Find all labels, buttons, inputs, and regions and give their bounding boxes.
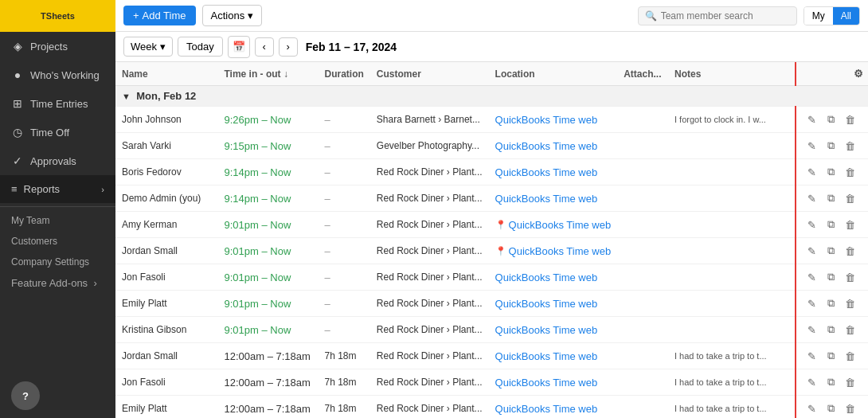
copy-icon[interactable]: ⧉ <box>822 163 839 181</box>
col-duration: Duration <box>318 62 369 86</box>
edit-icon[interactable]: ✎ <box>803 400 820 417</box>
delete-icon[interactable]: 🗑 <box>841 137 858 154</box>
week-view-select[interactable]: Week ▾ <box>123 37 173 57</box>
delete-icon[interactable]: 🗑 <box>841 373 858 391</box>
calendar-icon: 📅 <box>233 41 245 53</box>
cell-location: QuickBooks Time web <box>489 186 618 212</box>
cell-name: Jordan Small <box>115 343 217 369</box>
cell-name: Jordan Small <box>115 238 217 264</box>
settings-icon[interactable]: ⚙ <box>854 68 863 80</box>
prev-week-button[interactable]: ‹ <box>255 37 274 57</box>
copy-icon[interactable]: ⧉ <box>822 111 839 128</box>
edit-icon[interactable]: ✎ <box>803 111 820 128</box>
copy-icon[interactable]: ⧉ <box>822 268 839 286</box>
cell-duration: – <box>318 186 369 212</box>
cell-location: QuickBooks Time web <box>489 107 618 133</box>
table-row: Demo Admin (you) 9:14pm – Now – Red Rock… <box>115 186 868 212</box>
edit-icon[interactable]: ✎ <box>803 347 820 365</box>
col-location: Location <box>489 62 618 86</box>
copy-icon[interactable]: ⧉ <box>822 321 839 338</box>
sidebar-sub-customers[interactable]: Customers <box>0 231 115 252</box>
cell-customer: Red Rock Diner › Plant... <box>370 369 489 396</box>
date-group-label: ▼ Mon, Feb 12 <box>115 86 868 107</box>
search-input[interactable] <box>661 10 790 21</box>
approvals-icon: ✓ <box>11 154 24 167</box>
cell-name: Jon Fasoli <box>115 264 217 291</box>
delete-icon[interactable]: 🗑 <box>841 111 858 128</box>
all-toggle[interactable]: All <box>833 7 859 25</box>
sidebar-item-time-entries[interactable]: ⊞ Time Entries <box>0 89 115 118</box>
sidebar-item-projects[interactable]: ◈ Projects <box>0 32 115 61</box>
reports-icon: ≡ <box>11 183 18 195</box>
delete-icon[interactable]: 🗑 <box>841 321 858 338</box>
table-row: Sarah Varki 9:15pm – Now – Gevelber Phot… <box>115 133 868 159</box>
cell-duration: 7h 18m <box>318 369 369 396</box>
sidebar-bottom: ? <box>0 373 115 418</box>
delete-icon[interactable]: 🗑 <box>841 189 858 207</box>
sidebar-item-label: Projects <box>30 41 68 53</box>
delete-icon[interactable]: 🗑 <box>841 347 858 365</box>
edit-icon[interactable]: ✎ <box>803 295 820 312</box>
cell-notes: I had to take a trip to t... <box>668 343 796 369</box>
delete-icon[interactable]: 🗑 <box>841 242 858 260</box>
cell-customer: Red Rock Diner › Plant... <box>370 186 489 212</box>
edit-icon[interactable]: ✎ <box>803 189 820 207</box>
cell-name: Jon Fasoli <box>115 369 217 396</box>
cell-duration: – <box>318 107 369 133</box>
edit-icon[interactable]: ✎ <box>803 268 820 286</box>
sidebar-item-label: Who's Working <box>30 69 100 81</box>
delete-icon[interactable]: 🗑 <box>841 400 858 417</box>
delete-icon[interactable]: 🗑 <box>841 163 858 181</box>
copy-icon[interactable]: ⧉ <box>822 137 839 154</box>
sidebar-item-time-off[interactable]: ◷ Time Off <box>0 118 115 146</box>
edit-icon[interactable]: ✎ <box>803 216 820 233</box>
add-time-button[interactable]: + Add Time <box>123 6 196 25</box>
edit-icon[interactable]: ✎ <box>803 242 820 260</box>
edit-icon[interactable]: ✎ <box>803 321 820 338</box>
collapse-arrow[interactable]: ▼ <box>122 92 131 101</box>
delete-icon[interactable]: 🗑 <box>841 216 858 233</box>
today-button[interactable]: Today <box>178 37 223 57</box>
cell-attachments <box>617 238 668 264</box>
cell-duration: 7h 18m <box>318 396 369 419</box>
calendar-button[interactable]: 📅 <box>228 36 250 58</box>
cell-time: 9:26pm – Now <box>217 107 318 133</box>
cell-notes: I forgot to clock in. I w... <box>668 107 796 133</box>
copy-icon[interactable]: ⧉ <box>822 373 839 391</box>
cell-customer: Red Rock Diner › Plant... <box>370 238 489 264</box>
edit-icon[interactable]: ✎ <box>803 163 820 181</box>
cell-time: 12:00am – 7:18am <box>217 343 318 369</box>
sidebar-item-whos-working[interactable]: ● Who's Working <box>0 61 115 89</box>
edit-icon[interactable]: ✎ <box>803 137 820 154</box>
actions-button[interactable]: Actions ▾ <box>202 5 263 26</box>
sidebar-sub-my-team[interactable]: My Team <box>0 210 115 231</box>
cell-location: 📍QuickBooks Time web <box>489 212 618 238</box>
my-toggle[interactable]: My <box>804 7 833 25</box>
edit-icon[interactable]: ✎ <box>803 373 820 391</box>
cell-time: 9:01pm – Now <box>217 264 318 291</box>
cell-actions: ✎ ⧉ 🗑 <box>796 133 868 159</box>
cell-duration: – <box>318 264 369 291</box>
copy-icon[interactable]: ⧉ <box>822 400 839 417</box>
copy-icon[interactable]: ⧉ <box>822 216 839 233</box>
sidebar-sub-feature-add-ons[interactable]: Feature Add-ons › <box>0 272 115 294</box>
sidebar: TSheets ◈ Projects ● Who's Working ⊞ Tim… <box>0 0 115 418</box>
feature-add-ons-arrow: › <box>93 277 96 289</box>
delete-icon[interactable]: 🗑 <box>841 295 858 312</box>
next-week-button[interactable]: › <box>279 37 298 57</box>
sidebar-item-label: Reports <box>24 183 61 195</box>
sidebar-item-approvals[interactable]: ✓ Approvals <box>0 146 115 175</box>
copy-icon[interactable]: ⧉ <box>822 347 839 365</box>
copy-icon[interactable]: ⧉ <box>822 242 839 260</box>
time-off-icon: ◷ <box>11 126 24 139</box>
cell-notes <box>668 317 796 343</box>
sidebar-sub-company-settings[interactable]: Company Settings <box>0 252 115 272</box>
cell-attachments <box>617 186 668 212</box>
copy-icon[interactable]: ⧉ <box>822 295 839 312</box>
copy-icon[interactable]: ⧉ <box>822 189 839 207</box>
cell-customer: Gevelber Photography... <box>370 133 489 159</box>
sidebar-item-reports[interactable]: ≡ Reports › <box>0 175 115 203</box>
sidebar-item-label: Approvals <box>30 155 76 167</box>
help-button[interactable]: ? <box>11 381 40 410</box>
delete-icon[interactable]: 🗑 <box>841 268 858 286</box>
